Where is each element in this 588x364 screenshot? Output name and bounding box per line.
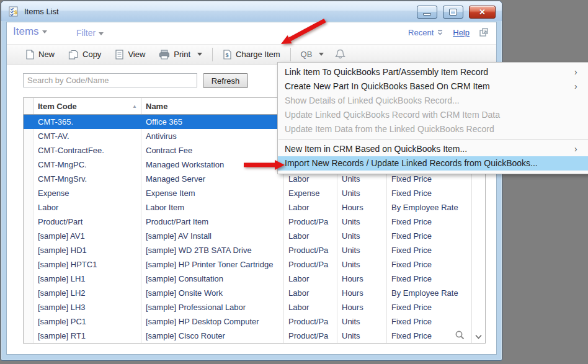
- column-header-name[interactable]: Name: [141, 98, 284, 114]
- maximize-button[interactable]: [443, 6, 463, 19]
- type-cell: Labor: [284, 229, 337, 243]
- chevron-down-icon: [319, 53, 324, 56]
- item-code-cell: CMT-AV.: [33, 129, 141, 143]
- print-button[interactable]: Print: [152, 47, 209, 62]
- units-cell: Units: [337, 186, 387, 200]
- price-cell: Fixed Price: [387, 257, 471, 272]
- help-link[interactable]: Help: [453, 28, 470, 37]
- table-row[interactable]: [sample] AV1[sample] AV InstallLaborUnit…: [24, 229, 471, 243]
- row-selector: [24, 186, 33, 200]
- view-button[interactable]: View: [108, 47, 152, 62]
- refresh-button[interactable]: Refresh: [203, 73, 248, 88]
- row-selector: [24, 215, 33, 229]
- row-selector: [24, 243, 33, 257]
- new-page-icon: [25, 50, 35, 60]
- scroll-down-icon[interactable]: [474, 334, 483, 340]
- filter-menu-label: Filter: [76, 28, 96, 38]
- row-selector: [24, 172, 33, 186]
- price-cell: Fixed Price: [387, 243, 471, 257]
- price-cell: Fixed Price: [387, 314, 471, 329]
- row-selector: [24, 272, 33, 286]
- submenu-arrow-icon: ›: [574, 79, 577, 94]
- table-row[interactable]: LaborLabor ItemLaborHoursBy Employee Rat…: [24, 200, 471, 215]
- chevron-down-icon: [197, 53, 202, 56]
- titlebar[interactable]: $ Items List ✕: [1, 1, 502, 21]
- qb-dropdown-menu: Link Item To QuickBooks Part/Assembly It…: [277, 62, 588, 174]
- item-code-cell: [sample] LH1: [33, 272, 141, 286]
- units-cell: Units: [337, 314, 387, 329]
- collapse-chevron-icon: [437, 29, 443, 36]
- table-row[interactable]: Product/PartProduct/Part ItemProduct/PaU…: [24, 215, 471, 229]
- row-selector: [24, 300, 33, 314]
- row-selector: [24, 329, 33, 343]
- menu-item[interactable]: New Item in CRM Based on QuickBooks Item…: [278, 142, 588, 156]
- annotation-arrow-qb: [273, 16, 332, 50]
- table-row[interactable]: [sample] LH2[sample] Onsite WorkLaborHou…: [24, 286, 471, 300]
- new-button[interactable]: New: [19, 47, 61, 62]
- close-button[interactable]: ✕: [469, 6, 496, 19]
- notifications-button[interactable]: [331, 46, 353, 63]
- row-selector: [24, 115, 33, 129]
- annotation-arrow-import: [239, 156, 288, 175]
- name-cell: [sample] HP Desktop Computer: [141, 314, 284, 329]
- name-cell: [sample] WD 2TB SATA Drive: [141, 243, 284, 257]
- chevron-down-icon: [99, 32, 104, 35]
- table-row[interactable]: [sample] LH3[sample] Professional LaborL…: [24, 300, 471, 314]
- item-code-cell: Product/Part: [33, 215, 141, 229]
- units-cell: Hours: [337, 272, 387, 286]
- copy-button-label: Copy: [82, 50, 101, 59]
- table-row[interactable]: ExpenseExpense ItemExpenseUnitsFixed Pri…: [24, 186, 471, 200]
- units-cell: Units: [337, 243, 387, 257]
- item-code-cell: [sample] PC1: [33, 314, 141, 329]
- copy-button[interactable]: Copy: [61, 47, 108, 62]
- row-selector: [24, 257, 33, 272]
- price-cell: Fixed Price: [387, 272, 471, 286]
- menu-item-label: Create New Part In QuickBooks Based On C…: [285, 81, 490, 91]
- search-input[interactable]: [23, 73, 197, 87]
- name-cell: [sample] Consultation: [141, 272, 284, 286]
- menu-item: Update Item Data from the Linked QuickBo…: [278, 122, 588, 136]
- type-cell: Product/Pa: [284, 215, 337, 229]
- type-cell: Labor: [284, 272, 337, 286]
- submenu-arrow-icon: ›: [574, 142, 577, 156]
- minimize-button[interactable]: [417, 6, 437, 19]
- menu-item: Update Linked QuickBooks Record with CRM…: [278, 108, 588, 122]
- menu-item-label: Update Linked QuickBooks Record with CRM…: [285, 110, 500, 120]
- menu-item[interactable]: Link Item To QuickBooks Part/Assembly It…: [278, 65, 588, 79]
- svg-text:$: $: [14, 9, 17, 16]
- type-cell: Expense: [284, 186, 337, 200]
- item-code-header-label: Item Code: [38, 98, 77, 114]
- items-list-window: $ Items List ✕ Items Filter Recent Help: [1, 1, 502, 361]
- popout-icon[interactable]: [479, 27, 489, 37]
- table-row[interactable]: [sample] PC1[sample] HP Desktop Computer…: [24, 314, 471, 329]
- item-code-cell: [sample] LH2: [33, 286, 141, 300]
- price-cell: Fixed Price: [387, 215, 471, 229]
- row-selector: [24, 143, 33, 158]
- menu-item: Show Details of Linked QuickBooks Record…: [278, 94, 588, 108]
- item-code-cell: [sample] HPTC1: [33, 257, 141, 272]
- recent-menu[interactable]: Recent: [408, 28, 443, 37]
- new-button-label: New: [38, 50, 55, 59]
- column-header-item-code[interactable]: Item Code ▲: [33, 98, 141, 114]
- items-menu[interactable]: Items: [13, 25, 47, 38]
- row-selector: [24, 314, 33, 329]
- table-row[interactable]: [sample] HPTC1[sample] HP Printer Toner …: [24, 257, 471, 272]
- item-code-cell: [sample] LH3: [33, 300, 141, 314]
- menu-item-label: Update Item Data from the Linked QuickBo…: [285, 124, 494, 134]
- type-cell: Product/Pa: [284, 243, 337, 257]
- chevron-down-icon: [42, 30, 47, 33]
- table-row[interactable]: [sample] LH1[sample] ConsultationLaborHo…: [24, 272, 471, 286]
- item-code-cell: [sample] AV1: [33, 229, 141, 243]
- filter-menu[interactable]: Filter: [76, 28, 104, 38]
- units-cell: Hours: [337, 200, 387, 215]
- table-row[interactable]: [sample] HD1[sample] WD 2TB SATA DrivePr…: [24, 243, 471, 257]
- menu-separator: [278, 139, 588, 140]
- menu-item[interactable]: Import New Records / Update Linked Recor…: [278, 156, 588, 171]
- item-code-cell: CMT-ContractFee.: [33, 143, 141, 158]
- name-cell: [sample] Onsite Work: [141, 286, 284, 300]
- table-row[interactable]: [sample] RT1[sample] Cisco RouterProduct…: [24, 329, 471, 343]
- name-cell: Office 365: [141, 115, 284, 129]
- menu-item[interactable]: Create New Part In QuickBooks Based On C…: [278, 79, 588, 94]
- search-magnifier-icon[interactable]: [455, 330, 465, 340]
- minimize-icon: [423, 13, 431, 16]
